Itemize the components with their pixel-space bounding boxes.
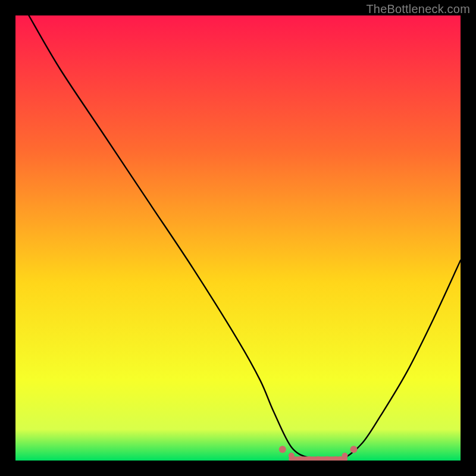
watermark-text: TheBottleneck.com [366,2,470,16]
chart-plot-area [15,15,461,461]
marker-dot [342,453,348,459]
chart-frame [15,15,461,461]
chart-svg [15,15,461,461]
marker-dot [279,446,286,453]
marker-dot [289,453,295,459]
marker-dot [350,446,357,453]
